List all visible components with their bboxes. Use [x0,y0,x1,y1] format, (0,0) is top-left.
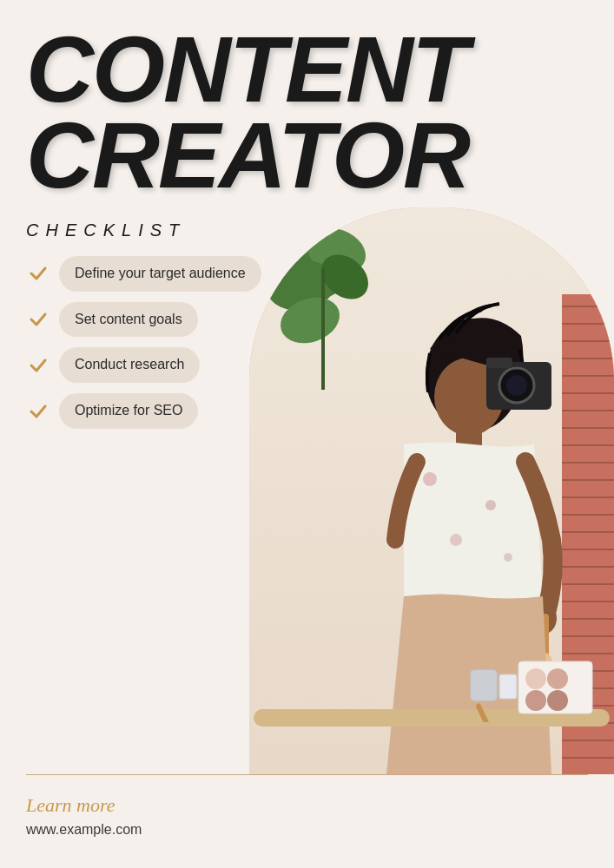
checklist-item-3-text: Conduct research [59,347,200,383]
checklist-item-4: Optimize for SEO [26,393,269,429]
svg-rect-11 [486,358,512,368]
svg-point-16 [504,553,512,562]
checklist-item-2: Set content goals [26,302,269,338]
photo-scene [249,207,614,774]
main-title: CONTENT CREATOR [26,26,588,199]
left-column: CHECKLIST Define your target audience [0,207,269,774]
makeup-items [466,635,597,722]
footer-section: Learn more www.example.com [0,775,614,868]
svg-point-21 [525,668,546,689]
checklist-label: CHECKLIST [26,220,269,240]
svg-point-14 [485,500,496,510]
checklist-list: Define your target audience Set content … [26,256,269,429]
photo-arch [249,207,614,774]
content-area: CHECKLIST Define your target audience [0,207,614,774]
checklist-item-2-text: Set content goals [59,302,198,338]
photo-column [249,207,614,774]
check-icon-1 [26,261,50,286]
title-section: CONTENT CREATOR [0,0,614,207]
svg-rect-27 [475,702,492,722]
website-url: www.example.com [26,822,588,851]
svg-point-15 [450,534,462,546]
svg-point-24 [547,690,568,711]
checklist-item-4-text: Optimize for SEO [59,393,198,429]
poster-container: CONTENT CREATOR CHECKLIST Define your ta… [0,0,614,868]
svg-point-22 [547,668,568,689]
check-icon-3 [26,353,50,378]
svg-rect-26 [499,674,517,699]
check-icon-4 [26,399,50,424]
svg-point-23 [525,690,546,711]
svg-point-10 [506,375,527,396]
svg-rect-25 [471,670,497,700]
checklist-item-3: Conduct research [26,347,269,383]
checklist-item-1-text: Define your target audience [59,256,261,292]
checklist-item-1: Define your target audience [26,256,269,292]
svg-point-13 [423,472,437,486]
check-icon-2 [26,307,50,332]
learn-more-link[interactable]: Learn more [26,784,588,822]
